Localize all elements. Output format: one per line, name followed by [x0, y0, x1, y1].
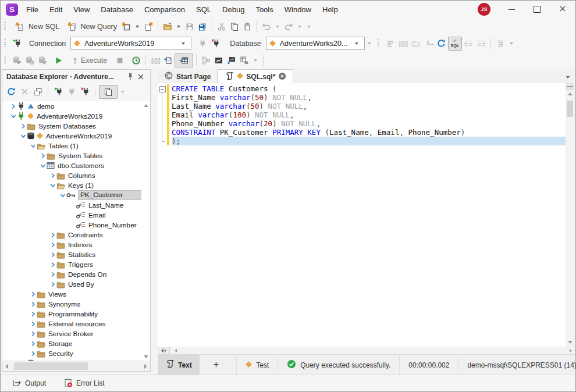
menu-item-comparison[interactable]: Comparison	[143, 4, 186, 15]
tree-item-columns[interactable]: Columns	[2, 170, 150, 180]
split-view-toggle[interactable]	[158, 347, 170, 354]
tree-item-triggers[interactable]: Triggers	[2, 259, 150, 269]
redo-button[interactable]	[282, 20, 295, 33]
results-as-grid-button[interactable]	[175, 54, 193, 67]
tab-start-page[interactable]: Start Page	[158, 70, 218, 83]
tree-item-tables-1-[interactable]: Tables (1)	[2, 141, 150, 151]
stop-refresh-button[interactable]	[18, 85, 31, 98]
open-file-dropdown[interactable]	[177, 26, 180, 28]
code-line-3[interactable]: Last_Name varchar(50) NOT NULL,	[172, 102, 566, 111]
paste-button[interactable]	[241, 20, 254, 33]
code-lines[interactable]: CREATE TABLE Customers (First_Name varch…	[172, 84, 566, 145]
disconnect-button[interactable]	[209, 37, 222, 50]
menu-item-help[interactable]: Help	[321, 4, 339, 15]
menu-item-database[interactable]: Database	[99, 4, 134, 15]
scroll-thumb[interactable]	[567, 101, 573, 117]
tree-item-last-name[interactable]: Last_Name	[2, 200, 150, 210]
tree-item-external-resources[interactable]: External resources	[2, 319, 150, 329]
tree-item-phone-number[interactable]: Phone_Number	[2, 220, 150, 230]
navigate-button[interactable]	[422, 37, 435, 50]
connection-combobox[interactable]: AdventureWorks2019	[70, 37, 191, 50]
scroll-thumb[interactable]	[14, 362, 88, 370]
add-results-tab-button[interactable]: +	[200, 359, 235, 371]
tree-item-demo[interactable]: demo	[2, 101, 150, 111]
editor-vertical-scrollbar[interactable]	[566, 83, 574, 347]
tree-item-synonyms[interactable]: Synonyms	[2, 299, 150, 309]
chevron-right-icon[interactable]	[29, 321, 37, 327]
tree-item-statistics[interactable]: Statistics	[2, 250, 150, 259]
parameters-button[interactable]: [@]	[397, 37, 410, 50]
tree-item-system-tables[interactable]: System Tables	[2, 151, 150, 161]
database-history-dropdown[interactable]	[368, 42, 371, 45]
tab-list-dropdown[interactable]	[566, 76, 570, 79]
results-as-text-button[interactable]	[162, 54, 175, 67]
output-panel-button[interactable]: Output	[12, 378, 46, 389]
tree-item-security[interactable]: Security	[2, 348, 150, 358]
chevron-right-icon[interactable]	[49, 281, 56, 287]
toolbar-grip[interactable]	[4, 39, 6, 48]
format-dropdown[interactable]	[510, 42, 513, 45]
minimize-button[interactable]	[499, 1, 524, 18]
menu-item-edit[interactable]: Edit	[48, 4, 63, 15]
database-combo-dropdown[interactable]	[355, 42, 358, 45]
chevron-right-icon[interactable]	[29, 341, 37, 347]
results-dropdown[interactable]	[254, 59, 257, 62]
tree-item-programmability[interactable]: Programmability	[2, 309, 150, 319]
chevron-right-icon[interactable]	[29, 301, 37, 307]
chart-button[interactable]	[212, 54, 225, 67]
chevron-down-icon[interactable]	[19, 133, 27, 139]
comment-lines-button[interactable]	[384, 37, 397, 50]
explorer-vertical-scrollbar[interactable]	[141, 101, 150, 361]
tree-item-depends-on[interactable]: Depends On	[2, 269, 150, 279]
close-button[interactable]	[550, 1, 575, 18]
new-sql-button[interactable]: New SQL	[10, 20, 63, 34]
database-time-button[interactable]	[23, 54, 36, 67]
query-plan-button[interactable]	[200, 54, 212, 67]
tree-item-pk-customer[interactable]: PK_Customer	[2, 190, 150, 200]
edit-database-button[interactable]	[10, 54, 23, 67]
macros-button[interactable]: [@]	[149, 54, 162, 67]
chevron-right-icon[interactable]	[49, 232, 56, 238]
format-button[interactable]	[494, 37, 507, 50]
chevron-right-icon[interactable]	[19, 123, 27, 129]
pivot-button[interactable]	[238, 54, 251, 67]
tree-item-adventureworks2019[interactable]: AdventureWorks2019	[2, 131, 150, 141]
tree-item-email[interactable]: Email	[2, 210, 150, 220]
duplicate-documents-button[interactable]	[99, 85, 118, 99]
save-button[interactable]	[183, 20, 196, 33]
menu-item-tools[interactable]: Tools	[254, 4, 274, 15]
chevron-right-icon[interactable]	[9, 104, 17, 109]
code-line-6[interactable]: CONSTRAINT PK_Customer PRIMARY KEY (Last…	[172, 128, 566, 137]
user-avatar[interactable]: JS	[478, 3, 490, 16]
new-window-button[interactable]	[120, 20, 133, 33]
error-list-panel-button[interactable]: Error List	[63, 378, 105, 389]
chevron-right-icon[interactable]	[49, 262, 56, 268]
chevron-right-icon[interactable]	[29, 351, 37, 357]
code-line-7[interactable]: );	[172, 137, 566, 145]
run-button[interactable]	[52, 54, 65, 67]
scroll-down-arrow[interactable]	[568, 341, 573, 344]
chart-export-button[interactable]	[225, 54, 238, 67]
new-connection-button[interactable]	[10, 37, 23, 50]
new-document-button[interactable]	[142, 20, 155, 33]
decrease-indent-button[interactable]	[462, 37, 475, 50]
sql-syntax-check-button[interactable]: ✓ SQL	[448, 37, 462, 51]
explorer-connect-button[interactable]	[65, 85, 78, 98]
redo-dropdown[interactable]	[298, 26, 301, 28]
chevron-right-icon[interactable]	[49, 242, 56, 248]
tree-item-storage[interactable]: Storage	[2, 338, 150, 348]
explorer-disconnect-button[interactable]	[79, 85, 91, 98]
close-tab-button[interactable]	[278, 72, 286, 82]
open-file-button[interactable]	[161, 20, 174, 33]
explorer-new-connection-button[interactable]	[52, 85, 65, 98]
editor-horizontal-scrollbar[interactable]	[158, 347, 574, 354]
code-line-2[interactable]: First_Name varchar(50) NOT NULL,	[172, 93, 566, 102]
cascade-windows-button[interactable]	[31, 85, 44, 98]
code-line-5[interactable]: Phone_Number varchar(20) NOT NULL,	[172, 119, 566, 128]
connect-button[interactable]	[196, 37, 209, 50]
menu-item-window[interactable]: Window	[283, 4, 312, 15]
document-status-item[interactable]: Test	[238, 361, 276, 369]
chevron-down-icon[interactable]	[9, 113, 17, 119]
tree-item-system-databases[interactable]: System Databases	[2, 121, 150, 131]
copy-button[interactable]	[228, 20, 241, 33]
